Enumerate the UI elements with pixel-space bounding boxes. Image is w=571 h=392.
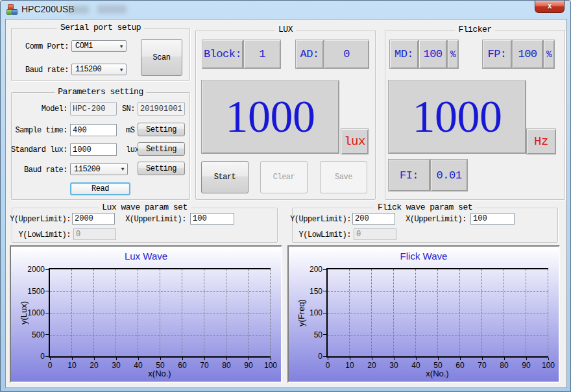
x-tick-label: 20 xyxy=(361,361,383,370)
save-button[interactable]: Save xyxy=(320,161,367,193)
flicker-group: Flicker MD: 100 % FP: 100 % 1000 Hz FI: … xyxy=(385,30,565,200)
flick-x-upper-input[interactable] xyxy=(470,213,515,225)
x-tick-label: 70 xyxy=(193,361,215,370)
lux-chart-title: Lux Wave xyxy=(11,251,281,262)
x-tick-label: 10 xyxy=(61,361,83,370)
close-button[interactable]: x xyxy=(535,1,565,13)
flicker-group-legend: Flicker xyxy=(455,25,494,34)
block-label-panel: Block: xyxy=(202,40,243,69)
md-label-panel: MD: xyxy=(389,40,419,69)
gridline xyxy=(328,335,548,336)
x-tick-label: 90 xyxy=(515,361,537,370)
read-button[interactable]: Read xyxy=(70,182,130,195)
md-unit-panel: % xyxy=(447,40,459,69)
sample-time-input[interactable] xyxy=(70,124,117,136)
app-icon xyxy=(6,4,18,15)
flick-wave-param-legend: Flick wave param set xyxy=(374,202,476,212)
x-tick-label: 50 xyxy=(427,361,449,370)
ad-value-panel: 0 xyxy=(324,40,369,69)
y-tick-label: 2000 xyxy=(16,265,45,274)
lux-wave-param-legend: Lux wave param set xyxy=(99,202,190,212)
comm-port-select[interactable]: COM1 ▼ xyxy=(71,40,127,52)
client-area: Serial port setup Comm Port: COM1 ▼ Baud… xyxy=(5,19,567,388)
x-tick xyxy=(438,358,439,360)
lux-wave-param-group: Lux wave param set Y(UpperLimit): X(Uppe… xyxy=(12,208,278,243)
lux-x-upper-input[interactable] xyxy=(190,213,234,225)
lux-chart-x-axis-label: x(No.) xyxy=(49,369,271,378)
lux-y-low-input xyxy=(73,228,116,240)
y-tick-label: 100 xyxy=(294,308,322,317)
y-tick xyxy=(45,313,49,313)
standard-lux-setting-button[interactable]: Setting xyxy=(138,142,185,156)
gridline xyxy=(50,291,271,292)
x-tick xyxy=(72,358,73,360)
x-tick xyxy=(504,358,505,360)
x-tick-label: 0 xyxy=(39,361,61,370)
titlebar: HPC200USB x xyxy=(1,1,570,19)
clear-button[interactable]: Clear xyxy=(260,161,308,193)
lux-unit-panel: lux xyxy=(341,129,369,154)
parameters-group: Parameters setting Model: SN: Sample tim… xyxy=(11,92,190,200)
x-tick xyxy=(548,358,549,360)
x-tick xyxy=(50,358,51,360)
y-tick xyxy=(323,356,326,357)
x-tick xyxy=(372,358,372,360)
x-tick-label: 100 xyxy=(260,361,282,370)
block-value-panel: 1 xyxy=(243,40,281,69)
blurred-watermark xyxy=(67,6,89,14)
app-window: HPC200USB x Serial port setup Comm Port:… xyxy=(0,0,571,392)
x-tick-label: 100 xyxy=(537,361,559,370)
lux-wave-chart: Lux Wave y(Lux) x(No.) 01020304050607080… xyxy=(10,245,282,383)
y-tick xyxy=(45,291,49,291)
serial-group-legend: Serial port setup xyxy=(57,23,144,32)
sample-time-setting-button[interactable]: Setting xyxy=(138,123,185,136)
standard-lux-label: Standard lux: xyxy=(9,145,67,154)
y-tick-label: 50 xyxy=(294,330,322,339)
lux-y-low-label: Y(LowLimit): xyxy=(8,230,71,239)
x-tick xyxy=(116,358,117,360)
lux-group: LUX Block: 1 AD: 0 1000 lux Start Clear … xyxy=(195,30,376,200)
baud-rate-setting-button[interactable]: Setting xyxy=(138,162,185,175)
x-tick-label: 20 xyxy=(83,361,105,370)
lux-display: 1000 xyxy=(201,80,339,154)
x-tick xyxy=(526,358,527,360)
gridline xyxy=(50,313,271,313)
scan-button[interactable]: Scan xyxy=(141,39,182,76)
flick-x-upper-label: X(UpperLimit): xyxy=(402,215,467,224)
x-tick xyxy=(350,358,350,360)
x-tick xyxy=(460,358,461,360)
baud-rate-label: Baud rate: xyxy=(12,66,69,75)
lux-y-upper-label: Y(UpperLimit): xyxy=(8,215,71,224)
x-tick-label: 30 xyxy=(105,361,127,370)
y-tick xyxy=(323,313,326,313)
x-tick xyxy=(328,358,328,360)
y-tick-label: 1000 xyxy=(16,308,45,317)
y-tick-label: 1500 xyxy=(16,287,45,296)
lux-y-upper-input[interactable] xyxy=(72,213,115,225)
fp-label-panel: FP: xyxy=(482,40,512,69)
baud-rate-select[interactable]: 115200 ▼ xyxy=(71,64,127,75)
x-tick xyxy=(249,358,249,360)
param-baud-rate-select[interactable]: 115200 ▼ xyxy=(70,163,128,175)
x-tick xyxy=(271,358,271,360)
close-icon: x xyxy=(548,1,552,10)
y-tick xyxy=(323,291,326,291)
fp-unit-panel: % xyxy=(543,40,555,69)
start-button[interactable]: Start xyxy=(201,161,249,193)
x-tick-label: 30 xyxy=(383,361,405,370)
blurred-watermark xyxy=(97,5,127,14)
model-field[interactable] xyxy=(70,102,117,116)
flick-chart-title: Flick Wave xyxy=(289,251,559,262)
chevron-down-icon: ▼ xyxy=(120,43,123,49)
standard-lux-input[interactable] xyxy=(70,143,117,156)
flick-y-upper-input[interactable] xyxy=(352,213,395,225)
chevron-down-icon: ▼ xyxy=(121,166,124,172)
x-tick xyxy=(394,358,395,360)
lux-x-upper-label: X(UpperLimit): xyxy=(121,215,186,224)
sn-field[interactable] xyxy=(138,102,185,116)
fi-value-panel: 0.01 xyxy=(430,159,468,191)
x-tick xyxy=(204,358,205,360)
y-tick-label: 0 xyxy=(294,352,322,361)
y-tick xyxy=(45,356,49,357)
y-tick xyxy=(45,269,49,270)
